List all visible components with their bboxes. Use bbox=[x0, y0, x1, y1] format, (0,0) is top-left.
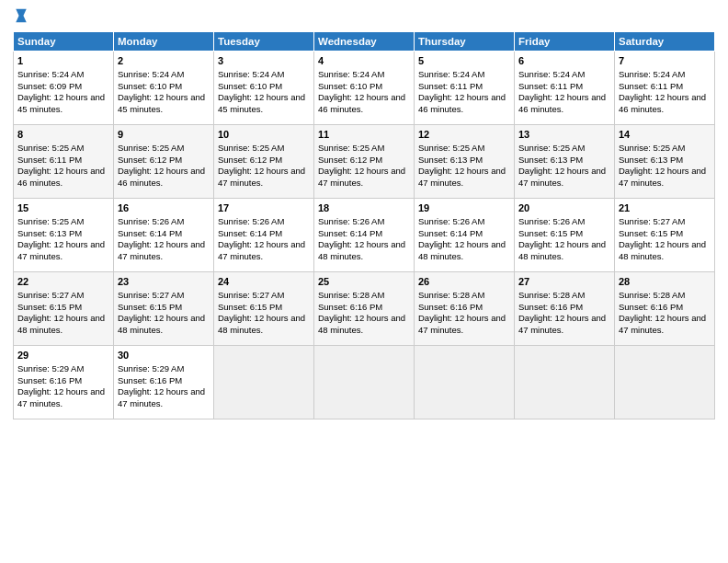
daylight-label: Daylight: 12 hours and 46 minutes. bbox=[318, 92, 405, 114]
daylight-label: Daylight: 12 hours and 45 minutes. bbox=[218, 92, 305, 114]
daylight-label: Daylight: 12 hours and 45 minutes. bbox=[118, 92, 205, 114]
sunrise-label: Sunrise: 5:26 AM bbox=[318, 216, 384, 226]
logo bbox=[13, 9, 33, 26]
sunset-label: Sunset: 6:13 PM bbox=[418, 155, 483, 165]
day-number: 13 bbox=[518, 128, 610, 142]
weekday-header-monday: Monday bbox=[114, 32, 214, 52]
calendar-cell: 14Sunrise: 5:25 AMSunset: 6:13 PMDayligh… bbox=[615, 125, 715, 199]
calendar-cell: 2Sunrise: 5:24 AMSunset: 6:10 PMDaylight… bbox=[114, 52, 214, 125]
day-number: 11 bbox=[318, 128, 410, 142]
sunset-label: Sunset: 6:15 PM bbox=[518, 228, 583, 238]
daylight-label: Daylight: 12 hours and 47 minutes. bbox=[518, 313, 606, 335]
sunrise-label: Sunrise: 5:25 AM bbox=[418, 143, 484, 153]
daylight-label: Daylight: 12 hours and 48 minutes. bbox=[118, 313, 205, 335]
day-number: 4 bbox=[318, 54, 410, 68]
calendar-cell: 9Sunrise: 5:25 AMSunset: 6:12 PMDaylight… bbox=[114, 125, 214, 199]
sunrise-label: Sunrise: 5:27 AM bbox=[619, 216, 685, 226]
sunrise-label: Sunrise: 5:26 AM bbox=[518, 216, 585, 226]
calendar-cell bbox=[415, 346, 515, 419]
daylight-label: Daylight: 12 hours and 47 minutes. bbox=[17, 386, 105, 408]
day-number: 30 bbox=[118, 349, 210, 362]
sunset-label: Sunset: 6:14 PM bbox=[118, 228, 182, 238]
sunset-label: Sunset: 6:11 PM bbox=[418, 81, 483, 91]
daylight-label: Daylight: 12 hours and 47 minutes. bbox=[418, 313, 506, 335]
day-number: 25 bbox=[318, 275, 410, 289]
sunset-label: Sunset: 6:11 PM bbox=[17, 155, 82, 165]
sunrise-label: Sunrise: 5:25 AM bbox=[118, 143, 184, 153]
calendar-cell bbox=[314, 346, 415, 419]
calendar-cell: 18Sunrise: 5:26 AMSunset: 6:14 PMDayligh… bbox=[314, 199, 415, 272]
calendar-cell: 23Sunrise: 5:27 AMSunset: 6:15 PMDayligh… bbox=[114, 272, 214, 346]
sunrise-label: Sunrise: 5:25 AM bbox=[518, 143, 585, 153]
day-number: 3 bbox=[218, 54, 310, 68]
calendar: SundayMondayTuesdayWednesdayThursdayFrid… bbox=[13, 31, 715, 419]
sunset-label: Sunset: 6:11 PM bbox=[619, 81, 683, 91]
calendar-cell: 26Sunrise: 5:28 AMSunset: 6:16 PMDayligh… bbox=[415, 272, 515, 346]
daylight-label: Daylight: 12 hours and 47 minutes. bbox=[17, 239, 105, 261]
calendar-cell bbox=[214, 346, 314, 419]
calendar-cell: 11Sunrise: 5:25 AMSunset: 6:12 PMDayligh… bbox=[314, 125, 415, 199]
daylight-label: Daylight: 12 hours and 46 minutes. bbox=[619, 92, 706, 114]
sunset-label: Sunset: 6:11 PM bbox=[518, 81, 583, 91]
sunrise-label: Sunrise: 5:27 AM bbox=[118, 290, 184, 300]
sunset-label: Sunset: 6:13 PM bbox=[17, 228, 82, 238]
daylight-label: Daylight: 12 hours and 47 minutes. bbox=[118, 386, 205, 408]
sunset-label: Sunset: 6:16 PM bbox=[518, 302, 583, 312]
sunrise-label: Sunrise: 5:24 AM bbox=[218, 69, 284, 79]
calendar-cell: 29Sunrise: 5:29 AMSunset: 6:16 PMDayligh… bbox=[14, 346, 114, 419]
sunset-label: Sunset: 6:14 PM bbox=[318, 228, 382, 238]
page: SundayMondayTuesdayWednesdayThursdayFrid… bbox=[0, 0, 728, 563]
sunrise-label: Sunrise: 5:24 AM bbox=[118, 69, 184, 79]
daylight-label: Daylight: 12 hours and 48 minutes. bbox=[418, 239, 506, 261]
sunset-label: Sunset: 6:16 PM bbox=[118, 375, 182, 385]
calendar-cell: 19Sunrise: 5:26 AMSunset: 6:14 PMDayligh… bbox=[415, 199, 515, 272]
sunrise-label: Sunrise: 5:25 AM bbox=[17, 143, 84, 153]
sunrise-label: Sunrise: 5:28 AM bbox=[518, 290, 585, 300]
calendar-cell bbox=[515, 346, 615, 419]
daylight-label: Daylight: 12 hours and 46 minutes. bbox=[518, 92, 606, 114]
calendar-cell: 15Sunrise: 5:25 AMSunset: 6:13 PMDayligh… bbox=[14, 199, 114, 272]
calendar-cell: 1Sunrise: 5:24 AMSunset: 6:09 PMDaylight… bbox=[14, 52, 114, 125]
calendar-cell: 6Sunrise: 5:24 AMSunset: 6:11 PMDaylight… bbox=[515, 52, 615, 125]
calendar-week-4: 22Sunrise: 5:27 AMSunset: 6:15 PMDayligh… bbox=[14, 272, 715, 346]
calendar-week-1: 1Sunrise: 5:24 AMSunset: 6:09 PMDaylight… bbox=[14, 52, 715, 125]
calendar-cell: 12Sunrise: 5:25 AMSunset: 6:13 PMDayligh… bbox=[415, 125, 515, 199]
day-number: 26 bbox=[418, 275, 510, 289]
weekday-header-saturday: Saturday bbox=[615, 32, 715, 52]
daylight-label: Daylight: 12 hours and 48 minutes. bbox=[318, 313, 405, 335]
calendar-body: 1Sunrise: 5:24 AMSunset: 6:09 PMDaylight… bbox=[14, 52, 715, 419]
sunset-label: Sunset: 6:10 PM bbox=[218, 81, 282, 91]
sunrise-label: Sunrise: 5:29 AM bbox=[118, 363, 184, 373]
sunrise-label: Sunrise: 5:24 AM bbox=[17, 69, 84, 79]
day-number: 19 bbox=[418, 201, 510, 215]
calendar-week-2: 8Sunrise: 5:25 AMSunset: 6:11 PMDaylight… bbox=[14, 125, 715, 199]
sunrise-label: Sunrise: 5:25 AM bbox=[318, 143, 384, 153]
sunset-label: Sunset: 6:13 PM bbox=[518, 155, 583, 165]
sunrise-label: Sunrise: 5:28 AM bbox=[318, 290, 384, 300]
calendar-cell: 16Sunrise: 5:26 AMSunset: 6:14 PMDayligh… bbox=[114, 199, 214, 272]
daylight-label: Daylight: 12 hours and 47 minutes. bbox=[418, 166, 506, 188]
daylight-label: Daylight: 12 hours and 47 minutes. bbox=[518, 166, 606, 188]
sunrise-label: Sunrise: 5:25 AM bbox=[17, 216, 84, 226]
sunrise-label: Sunrise: 5:28 AM bbox=[619, 290, 685, 300]
sunset-label: Sunset: 6:10 PM bbox=[318, 81, 382, 91]
day-number: 22 bbox=[17, 275, 109, 289]
weekday-header-wednesday: Wednesday bbox=[314, 32, 415, 52]
calendar-cell: 27Sunrise: 5:28 AMSunset: 6:16 PMDayligh… bbox=[515, 272, 615, 346]
sunset-label: Sunset: 6:09 PM bbox=[17, 81, 82, 91]
sunset-label: Sunset: 6:15 PM bbox=[118, 302, 182, 312]
sunset-label: Sunset: 6:15 PM bbox=[619, 228, 683, 238]
daylight-label: Daylight: 12 hours and 47 minutes. bbox=[118, 239, 205, 261]
sunrise-label: Sunrise: 5:29 AM bbox=[17, 363, 84, 373]
calendar-week-3: 15Sunrise: 5:25 AMSunset: 6:13 PMDayligh… bbox=[14, 199, 715, 272]
daylight-label: Daylight: 12 hours and 48 minutes. bbox=[619, 239, 706, 261]
daylight-label: Daylight: 12 hours and 48 minutes. bbox=[17, 313, 105, 335]
weekday-header-sunday: Sunday bbox=[14, 32, 114, 52]
calendar-cell: 25Sunrise: 5:28 AMSunset: 6:16 PMDayligh… bbox=[314, 272, 415, 346]
day-number: 23 bbox=[118, 275, 210, 289]
calendar-cell: 8Sunrise: 5:25 AMSunset: 6:11 PMDaylight… bbox=[14, 125, 114, 199]
calendar-cell: 5Sunrise: 5:24 AMSunset: 6:11 PMDaylight… bbox=[415, 52, 515, 125]
sunrise-label: Sunrise: 5:25 AM bbox=[619, 143, 685, 153]
daylight-label: Daylight: 12 hours and 47 minutes. bbox=[619, 166, 706, 188]
sunset-label: Sunset: 6:13 PM bbox=[619, 155, 683, 165]
